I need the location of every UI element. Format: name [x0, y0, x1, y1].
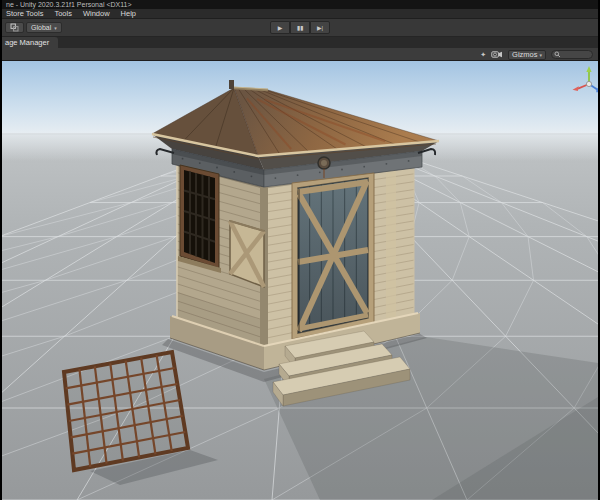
menu-window[interactable]: Window: [83, 9, 110, 18]
effects-icon[interactable]: ✦: [480, 49, 486, 60]
rivet: [408, 160, 410, 162]
gizmos-dropdown[interactable]: Gizmos ▾: [508, 50, 546, 60]
scene-camera-icon[interactable]: [491, 50, 503, 59]
main-toolbar: Global ▾ ▶ ▮▮ ▶|: [2, 19, 598, 37]
scene-viewport[interactable]: [2, 61, 598, 500]
global-space-toggle[interactable]: Global ▾: [26, 22, 62, 33]
pivot-toggle-button[interactable]: [5, 22, 24, 33]
rivet: [216, 167, 218, 169]
barred-window: [178, 165, 221, 273]
pause-button[interactable]: ▮▮: [290, 21, 310, 34]
menu-tools[interactable]: Tools: [54, 9, 72, 18]
window-title: ne - Unity 2020.3.21f1 Personal <DX11>: [6, 1, 132, 8]
global-label: Global: [31, 24, 51, 31]
step-button[interactable]: ▶|: [310, 21, 330, 34]
rivet: [341, 169, 343, 171]
pivot-icon: [10, 23, 19, 32]
rivet: [297, 174, 299, 176]
rivet: [251, 175, 253, 177]
rivet: [319, 171, 321, 173]
door: [292, 173, 374, 339]
emblem-center: [321, 160, 327, 166]
rivet: [275, 177, 277, 179]
scene-view-toolbar: ✦ Gizmos ▾: [2, 48, 598, 61]
rivet: [363, 166, 365, 168]
roof-vent: [229, 80, 234, 89]
window-titlebar: ne - Unity 2020.3.21f1 Personal <DX11>: [2, 0, 598, 9]
chevron-down-icon: ▾: [54, 25, 57, 31]
search-icon: [554, 51, 561, 58]
right-wall-board: [386, 169, 396, 318]
play-button[interactable]: ▶: [270, 21, 290, 34]
rivet: [233, 171, 235, 173]
scene-toolbar-right: ✦ Gizmos ▾: [480, 49, 593, 60]
rivet: [199, 162, 201, 164]
unity-window: ne - Unity 2020.3.21f1 Personal <DX11> S…: [2, 0, 598, 500]
transform-tools-cluster: Global ▾: [5, 22, 62, 33]
menu-help[interactable]: Help: [121, 9, 136, 18]
menu-bar: Store Tools Tools Window Help: [2, 9, 598, 19]
playmode-cluster: ▶ ▮▮ ▶|: [270, 21, 330, 34]
gizmos-label: Gizmos: [512, 50, 537, 59]
gizmo-center[interactable]: [586, 81, 591, 86]
chevron-down-icon: ▾: [539, 52, 542, 58]
rivet: [182, 158, 184, 160]
menu-store-tools[interactable]: Store Tools: [6, 9, 43, 18]
tab-package-manager[interactable]: age Manager: [2, 37, 58, 48]
tab-bar: age Manager: [2, 37, 598, 48]
rivet: [386, 163, 388, 165]
scene-search-input[interactable]: [551, 50, 593, 59]
window-grate-model[interactable]: [64, 352, 188, 470]
